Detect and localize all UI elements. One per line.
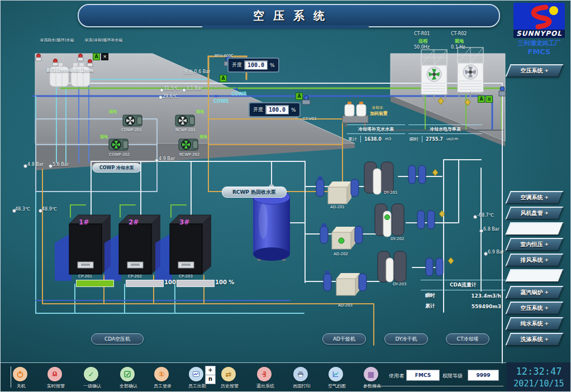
print-button[interactable] bbox=[293, 367, 308, 381]
pipe-label-cows: COWS bbox=[213, 99, 229, 104]
sidebar-item-blank-2[interactable] bbox=[505, 269, 563, 282]
menu-badge[interactable]: ≡ bbox=[486, 95, 493, 103]
clock-panel: 12:32:47 2021/10/15 bbox=[506, 362, 571, 392]
ad-dryer-tag: AD-202 bbox=[334, 252, 348, 256]
toolbar-label: 历史报警 bbox=[212, 383, 248, 389]
ad-dryer-1[interactable] bbox=[328, 181, 351, 204]
confirm-all-icon bbox=[120, 367, 135, 381]
sidebar-item-washing[interactable]: 洗涤系统✈ bbox=[505, 333, 563, 346]
ad-dryer-3[interactable] bbox=[336, 273, 360, 295]
dosing-label-line1: 冷却水 bbox=[372, 105, 383, 111]
dy-dryer-2[interactable] bbox=[375, 204, 404, 237]
confirm-all-button[interactable] bbox=[120, 367, 135, 381]
attendance-button[interactable] bbox=[189, 367, 203, 381]
jet-icon: ✈ bbox=[545, 68, 549, 74]
tower-frequency: 0.1 Hz bbox=[451, 45, 465, 50]
final-filters-2[interactable] bbox=[417, 211, 445, 229]
report-icon: ▦ bbox=[364, 367, 378, 381]
meter-value: 2755.7 bbox=[426, 137, 443, 142]
report-button[interactable]: ▦ bbox=[364, 367, 378, 381]
top-nav-current-button[interactable]: 空压系统✈ bbox=[505, 64, 563, 77]
prefilter-3[interactable] bbox=[323, 271, 331, 291]
makeup-tank-1[interactable] bbox=[50, 63, 69, 87]
nav-button-ct-tower[interactable]: CT冷却塔 bbox=[446, 333, 489, 345]
pump-group-plate-cowp[interactable]: COWP 冷却水泵 bbox=[92, 163, 141, 173]
meter-value: 123.4m3/h bbox=[471, 293, 501, 299]
pump-tag: RCWP-202 bbox=[179, 152, 199, 157]
sensor-reading: 29.6℃ bbox=[163, 94, 178, 99]
pump-group-plate-rcwp[interactable]: RCWP 热回收水泵 bbox=[222, 187, 287, 198]
pump-mode: 就地 bbox=[109, 109, 117, 114]
clock-date: 2021/10/15 bbox=[506, 379, 571, 389]
trend-button[interactable] bbox=[329, 367, 343, 381]
toolbar-label: 关机 bbox=[3, 383, 39, 389]
history-icon: ⇄ bbox=[221, 367, 236, 381]
nav-button-dy-dryer[interactable]: DY冷干机 bbox=[384, 333, 428, 345]
first-confirm-button[interactable]: ✓ bbox=[84, 367, 98, 381]
pump-cowp-202[interactable] bbox=[109, 139, 128, 150]
postfilter-1[interactable] bbox=[351, 179, 359, 197]
user-input[interactable]: FMCS bbox=[406, 370, 440, 381]
postfilter-3[interactable] bbox=[359, 274, 367, 291]
sensor-dot bbox=[182, 88, 186, 92]
realtime-alarm-button[interactable]: 1 bbox=[47, 367, 62, 381]
dy-dryer-3[interactable] bbox=[378, 251, 406, 282]
prefilter-1[interactable] bbox=[316, 176, 324, 197]
stepper-up-button[interactable]: + bbox=[205, 366, 216, 375]
sidebar-item-boiler[interactable]: 蒸汽锅炉✈ bbox=[505, 286, 563, 299]
company-logo bbox=[513, 3, 565, 30]
ct-valve-tag: CT-V03 bbox=[303, 117, 316, 121]
trend-icon bbox=[329, 367, 343, 381]
toolbar-label: 实时报警 bbox=[38, 383, 74, 389]
final-filters-1[interactable] bbox=[408, 165, 438, 184]
nav-button-cda-compressor[interactable]: CDA空压机 bbox=[91, 333, 144, 345]
pump-mode: 就地 bbox=[199, 134, 207, 140]
exit-system-button[interactable] bbox=[257, 367, 272, 381]
pump-cowp-201[interactable] bbox=[123, 115, 142, 126]
sensor-reading: 6.9 Bar bbox=[488, 250, 504, 255]
toolbar-label: 一级确认 bbox=[74, 383, 110, 389]
meter-unit: us/cm bbox=[446, 137, 458, 141]
dosing-unit[interactable] bbox=[342, 102, 368, 127]
sidebar-item-exhaust[interactable]: 排风系统✈ bbox=[505, 254, 563, 266]
meter-title: 冷却塔补充水水表 bbox=[347, 125, 405, 134]
auto-mode-badge[interactable]: A bbox=[93, 53, 100, 60]
display-value: 100.0 bbox=[244, 60, 268, 70]
dy-dryer-tag: DY-201 bbox=[384, 190, 397, 195]
sensor-dot bbox=[159, 95, 163, 99]
sidebar-item-hvac[interactable]: 空调系统✈ bbox=[505, 191, 563, 204]
sidebar-item-air-compression[interactable]: 空压系统✈ bbox=[505, 302, 563, 314]
conductivity-meter: 冷却水电导率表 瞬时 2755.7 us/cm bbox=[408, 125, 482, 144]
fan-status-badge[interactable]: ✕ bbox=[101, 53, 108, 60]
ad-dryer-2[interactable] bbox=[332, 227, 355, 249]
sensor-dot bbox=[155, 159, 159, 162]
auto-mode-badge[interactable]: A bbox=[296, 93, 303, 100]
auto-mode-badge[interactable]: A bbox=[478, 95, 485, 103]
login-button[interactable]: ① bbox=[154, 367, 169, 381]
pump-tag: COWP-201 bbox=[121, 128, 142, 132]
sidebar-item-pure-water[interactable]: 纯水系统✈ bbox=[505, 317, 563, 330]
sensor-dot bbox=[473, 215, 477, 219]
shutdown-button[interactable] bbox=[13, 367, 27, 381]
postfilter-2[interactable] bbox=[355, 226, 363, 243]
pipe-actuator[interactable] bbox=[499, 87, 506, 96]
pump-tag: COWP-202 bbox=[109, 152, 130, 157]
top-nav-label: 空压系统 bbox=[521, 67, 543, 75]
history-alarm-button[interactable]: ⇄ bbox=[221, 367, 236, 381]
sidebar-item-room-pressure[interactable]: 室内恒压✈ bbox=[505, 238, 563, 251]
sidebar-item-fan-coil[interactable]: 风机盘管✈ bbox=[505, 207, 563, 219]
pump-rcwp-201[interactable] bbox=[175, 115, 194, 126]
dy-dryer-1[interactable] bbox=[364, 162, 393, 194]
prefilter-2[interactable] bbox=[320, 223, 328, 243]
pump-rcwp-202[interactable] bbox=[179, 139, 198, 150]
power-icon bbox=[13, 367, 27, 381]
sensor-reading: 5.6 Bar bbox=[53, 162, 69, 167]
nav-button-ad-dryer[interactable]: AD干燥机 bbox=[322, 333, 366, 345]
user-label: 使用者 bbox=[389, 372, 404, 380]
sidebar-item-blank-1[interactable] bbox=[505, 222, 563, 235]
jet-icon: ✈ bbox=[545, 290, 549, 295]
level-input[interactable]: 9999 bbox=[468, 370, 499, 381]
auto-mode-badge[interactable]: A bbox=[220, 75, 227, 82]
final-filters-3[interactable] bbox=[426, 257, 454, 276]
tower-tag: CT-R02 bbox=[451, 31, 467, 36]
